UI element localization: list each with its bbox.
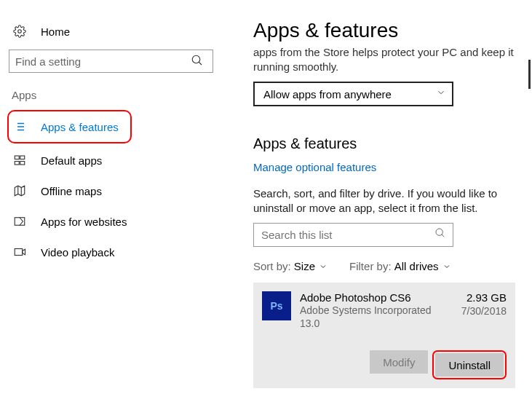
- section-label: Apps: [12, 89, 224, 101]
- svg-line-20: [442, 234, 444, 237]
- sidebar-item-label: Default apps: [41, 154, 102, 167]
- section-title: Apps & features: [253, 135, 520, 152]
- chevron-down-icon: [319, 262, 327, 271]
- app-date: 7/30/2018: [461, 305, 507, 317]
- list-search[interactable]: [253, 223, 453, 247]
- highlight-annotation: Uninstall: [432, 350, 507, 379]
- sidebar-item-label: Apps & features: [41, 121, 119, 133]
- list-search-input[interactable]: [253, 223, 453, 247]
- svg-point-0: [18, 30, 22, 34]
- uninstall-button[interactable]: Uninstall: [435, 353, 504, 377]
- page-subtitle: apps from the Store helps protect your P…: [253, 45, 520, 74]
- allow-apps-value: Allow apps from anywhere: [263, 88, 392, 100]
- sidebar-item-apps-features[interactable]: Apps & features: [9, 111, 124, 142]
- video-icon: [13, 245, 26, 259]
- app-name: Adobe Photoshop CS6: [300, 291, 453, 304]
- home-nav[interactable]: Home: [9, 20, 224, 50]
- sidebar-item-label: Video playback: [41, 246, 114, 259]
- section-description: Search, sort, and filter by drive. If yo…: [253, 186, 515, 216]
- app-size: 2.93 GB: [461, 291, 507, 304]
- sidebar-item-default-apps[interactable]: Default apps: [9, 145, 224, 176]
- svg-point-19: [436, 229, 442, 235]
- highlight-annotation: Apps & features: [7, 110, 132, 143]
- sort-label: Sort by:: [253, 260, 291, 272]
- defaults-icon: [13, 154, 26, 167]
- sort-value: Size: [294, 260, 315, 272]
- svg-rect-9: [15, 156, 19, 159]
- sidebar-item-label: Offline maps: [41, 185, 102, 197]
- filter-value: All drives: [394, 260, 439, 272]
- allow-apps-select[interactable]: Allow apps from anywhere: [253, 82, 453, 106]
- sidebar-item-apps-websites[interactable]: Apps for websites: [9, 206, 224, 237]
- settings-search[interactable]: [9, 50, 224, 73]
- map-icon: [13, 184, 26, 197]
- apps-websites-icon: [13, 215, 26, 228]
- home-label: Home: [41, 25, 70, 38]
- app-list-item[interactable]: Ps Adobe Photoshop CS6 Adobe Systems Inc…: [253, 283, 515, 388]
- svg-rect-12: [20, 162, 25, 165]
- chevron-down-icon: [442, 262, 451, 271]
- svg-rect-11: [15, 162, 19, 165]
- gear-icon: [13, 25, 26, 38]
- scrollbar[interactable]: [528, 60, 531, 89]
- filter-dropdown[interactable]: All drives: [394, 260, 451, 272]
- settings-search-input[interactable]: [9, 50, 213, 73]
- sidebar-item-video-playback[interactable]: Video playback: [9, 237, 224, 267]
- modify-button[interactable]: Modify: [370, 350, 428, 374]
- manage-optional-link[interactable]: Manage optional features: [253, 161, 376, 173]
- app-version: 13.0: [300, 317, 453, 330]
- app-icon: Ps: [262, 291, 291, 320]
- svg-marker-13: [15, 186, 25, 196]
- sort-dropdown[interactable]: Size: [294, 260, 327, 272]
- page-title: Apps & features: [253, 19, 520, 42]
- sidebar-item-label: Apps for websites: [41, 216, 127, 228]
- sidebar-item-offline-maps[interactable]: Offline maps: [9, 176, 224, 206]
- filter-label: Filter by:: [349, 260, 392, 272]
- svg-rect-10: [20, 156, 25, 159]
- app-publisher: Adobe Systems Incorporated: [300, 304, 453, 317]
- list-icon: [13, 120, 26, 133]
- svg-rect-17: [15, 249, 23, 256]
- search-icon: [434, 227, 446, 239]
